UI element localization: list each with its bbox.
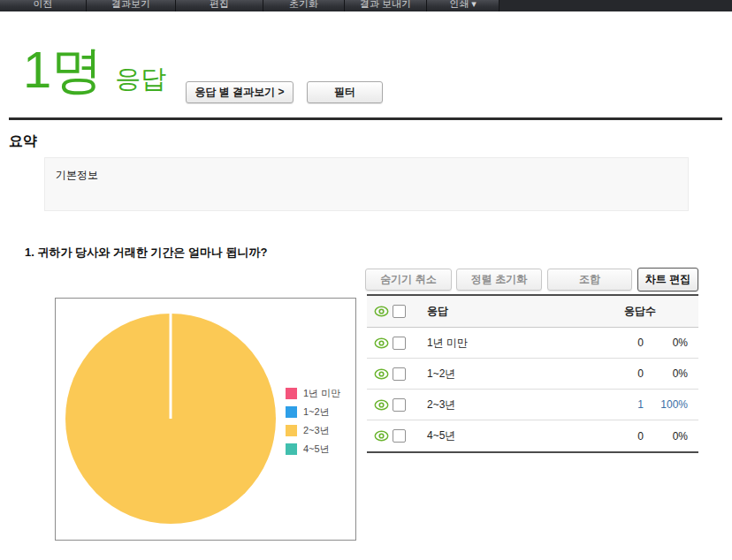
- legend-label: 4~5년: [303, 443, 330, 456]
- row-checkbox[interactable]: [393, 337, 406, 350]
- summary-heading: 요약: [9, 132, 37, 151]
- legend-swatch: [286, 425, 297, 436]
- summary-box-text: 기본정보: [56, 169, 98, 181]
- unhide-button[interactable]: 숨기기 취소: [365, 269, 452, 291]
- view-results-by-response-button[interactable]: 응답 별 결과보기 >: [186, 81, 294, 103]
- section-divider: [9, 117, 722, 120]
- respondent-count-unit: 명: [51, 41, 103, 99]
- answer-label: 2~3년: [420, 397, 592, 412]
- combine-button[interactable]: 조합: [547, 269, 632, 291]
- filter-button[interactable]: 필터: [307, 81, 383, 103]
- legend-swatch: [286, 443, 297, 455]
- legend-swatch: [286, 388, 297, 399]
- visibility-toggle-icon[interactable]: [367, 306, 393, 317]
- answer-percent: 0%: [644, 367, 688, 380]
- answer-percent: 0%: [644, 337, 688, 349]
- edit-chart-button[interactable]: 차트 편집: [637, 268, 698, 291]
- respondent-label: 응답: [115, 62, 166, 97]
- legend-swatch: [286, 406, 297, 418]
- select-all-checkbox[interactable]: [393, 305, 406, 318]
- answer-count: 0: [592, 337, 644, 349]
- response-column-header: 응답: [420, 304, 592, 319]
- legend-label: 1년 미만: [303, 387, 340, 400]
- answer-label: 1년 미만: [420, 336, 592, 351]
- toolbar-item-5[interactable]: 결과 보내기: [345, 0, 427, 11]
- row-checkbox[interactable]: [393, 398, 406, 412]
- reset-sort-button[interactable]: 정렬 초기화: [456, 269, 542, 291]
- toolbar-item-6[interactable]: 인쇄 ▾: [427, 0, 499, 11]
- row-checkbox[interactable]: [393, 367, 406, 381]
- answer-label: 4~5년: [420, 428, 592, 443]
- legend-item: 2~3년: [286, 421, 340, 440]
- legend-item: 1년 미만: [286, 384, 340, 403]
- answers-table-header: 응답 응답수: [367, 296, 698, 328]
- toolbar-item-1[interactable]: 이전: [0, 0, 87, 11]
- row-checkbox[interactable]: [393, 429, 406, 443]
- answer-row: 1년 미만 0 0%: [367, 328, 698, 359]
- legend-item: 4~5년: [286, 440, 340, 458]
- summary-box[interactable]: 기본정보: [44, 157, 689, 211]
- respondent-summary: 1 명 응답: [23, 41, 166, 99]
- legend-label: 1~2년: [303, 405, 330, 419]
- legend-label: 2~3년: [303, 424, 330, 437]
- answer-count: 0: [592, 430, 644, 443]
- count-column-header: 응답수: [592, 304, 688, 319]
- visibility-toggle-icon[interactable]: [367, 337, 393, 349]
- answer-row: 1~2년 0 0%: [367, 359, 698, 390]
- visibility-toggle-icon[interactable]: [367, 399, 393, 411]
- answer-count: 1: [592, 398, 644, 411]
- pie-chart-panel: 1년 미만1~2년2~3년4~5년: [55, 298, 356, 541]
- pie-legend: 1년 미만1~2년2~3년4~5년: [286, 384, 340, 458]
- answer-row: 4~5년 0 0%: [367, 420, 698, 451]
- answer-table-body: 1년 미만 0 0% 1~2년 0 0% 2~3년 1 100%: [367, 328, 698, 453]
- answer-row: 2~3년 1 100%: [367, 390, 698, 420]
- visibility-toggle-icon[interactable]: [367, 430, 393, 442]
- top-toolbar: 이전결과보기편집초기화결과 보내기인쇄 ▾: [0, 0, 732, 11]
- question-title: 1. 귀하가 당사와 거래한 기간은 얼마나 됩니까?: [25, 245, 267, 261]
- answers-table: 응답 응답수 1년 미만 0 0% 1~2년 0 0%: [367, 294, 698, 453]
- respondent-count: 1: [23, 41, 51, 99]
- answer-percent: 0%: [644, 430, 688, 443]
- visibility-toggle-icon[interactable]: [367, 368, 393, 380]
- answer-percent: 100%: [644, 398, 688, 411]
- legend-item: 1~2년: [286, 403, 340, 421]
- toolbar-item-2[interactable]: 결과보기: [87, 0, 176, 11]
- toolbar-item-3[interactable]: 편집: [176, 0, 263, 11]
- answer-label: 1~2년: [420, 367, 592, 382]
- toolbar-item-4[interactable]: 초기화: [263, 0, 345, 11]
- answer-count: 0: [592, 367, 644, 380]
